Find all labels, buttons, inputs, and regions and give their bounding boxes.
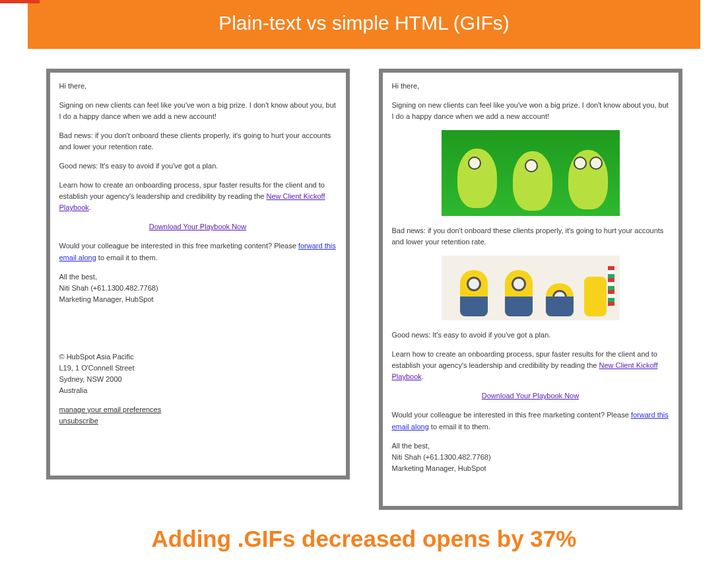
title-text: Plain-text vs simple HTML (GIFs) xyxy=(218,12,510,34)
sig-line-1: All the best, xyxy=(59,271,337,283)
para-learn-end: . xyxy=(422,372,424,380)
footer-company: © HubSpot Asia Pacific xyxy=(59,351,337,363)
para-learn: Learn how to create an onboarding proces… xyxy=(59,180,337,213)
results-headline-text: Adding .GIFs decreased opens by 37% xyxy=(152,526,577,551)
para-forward-a: Would your colleague be interested in th… xyxy=(392,411,631,419)
download-playbook-link[interactable]: Download Your Playbook Now xyxy=(149,223,246,230)
para-bad-news: Bad news: if you don't onboard these cli… xyxy=(59,130,337,153)
para-good-news: Good news: It's easy to avoid if you've … xyxy=(392,330,669,341)
para-forward-b: to email it to them. xyxy=(429,423,490,431)
unsubscribe-link[interactable]: unsubscribe xyxy=(59,417,98,425)
results-headline: Adding .GIFs decreased opens by 37% xyxy=(0,526,728,552)
greeting: Hi there, xyxy=(392,81,669,92)
html-gif-email: Hi there, Signing on new clients can fee… xyxy=(379,69,682,510)
sig-line-2: Niti Shah (+61.1300.482.7768) xyxy=(59,283,337,294)
para-forward: Would your colleague be interested in th… xyxy=(59,240,337,263)
sig-line-3: Marketing Manager, HubSpot xyxy=(392,463,669,474)
title-banner: Plain-text vs simple HTML (GIFs) xyxy=(28,0,700,49)
para-learn: Learn how to create an onboarding proces… xyxy=(392,349,669,382)
para-good-news: Good news: It's easy to avoid if you've … xyxy=(59,160,337,172)
sig-line-3: Marketing Manager, HubSpot xyxy=(59,294,337,305)
spacer xyxy=(59,313,337,351)
footer-addr-1: L19, 1 O'Connell Street xyxy=(59,363,337,374)
greeting: Hi there, xyxy=(59,81,337,92)
cta-row: Download Your Playbook Now xyxy=(59,221,337,232)
sig-line-1: All the best, xyxy=(392,441,669,452)
cta-row: Download Your Playbook Now xyxy=(392,390,669,402)
footer-addr-2: Sydney, NSW 2000 xyxy=(59,374,337,385)
download-playbook-link[interactable]: Download Your Playbook Now xyxy=(482,392,579,400)
para-intro: Signing on new clients can feel like you… xyxy=(392,100,669,122)
comparison-columns: Hi there, Signing on new clients can fee… xyxy=(0,49,728,510)
para-forward-a: Would your colleague be interested in th… xyxy=(59,242,298,250)
para-forward-b: to email it to them. xyxy=(96,254,158,262)
para-bad-news: Bad news: if you don't onboard these cli… xyxy=(392,225,669,248)
manage-preferences-link[interactable]: manage your email preferences xyxy=(59,405,162,413)
plain-text-email: Hi there, Signing on new clients can fee… xyxy=(46,69,350,479)
para-forward: Would your colleague be interested in th… xyxy=(392,409,669,432)
accent-strip xyxy=(0,0,40,3)
para-learn-end: . xyxy=(89,203,91,211)
para-intro: Signing on new clients can feel like you… xyxy=(59,100,337,122)
minions-green-gif xyxy=(442,130,620,216)
footer-addr-3: Australia xyxy=(59,385,337,396)
minions-walking-gif xyxy=(442,256,620,320)
sig-line-2: Niti Shah (+61.1300.482.7768) xyxy=(392,452,669,463)
